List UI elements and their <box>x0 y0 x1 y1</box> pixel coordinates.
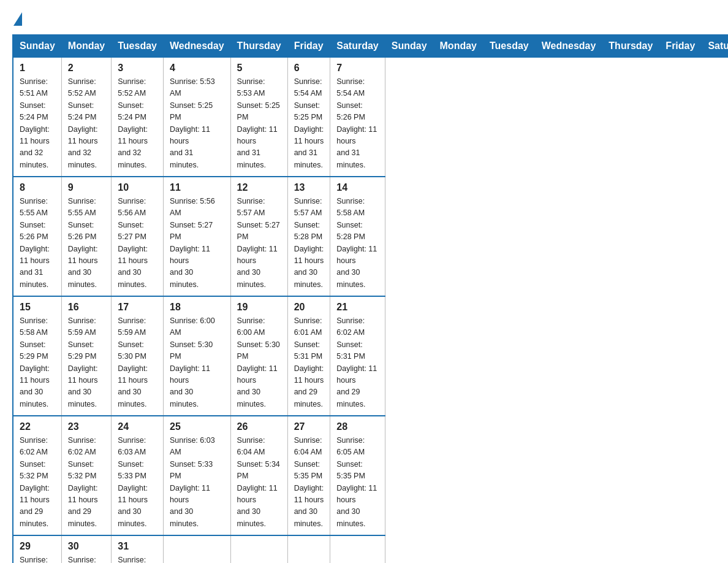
day-number: 18 <box>170 302 224 313</box>
weekday-header-sunday: Sunday <box>385 35 433 57</box>
calendar-cell: 9 Sunrise: 5:55 AM Sunset: 5:26 PM Dayli… <box>61 177 111 296</box>
day-number: 16 <box>68 302 105 313</box>
day-info: Sunrise: 5:54 AM Sunset: 5:26 PM Dayligh… <box>336 76 378 171</box>
day-number: 17 <box>118 302 157 313</box>
calendar-cell: 12 Sunrise: 5:57 AM Sunset: 5:27 PM Dayl… <box>230 177 287 296</box>
day-info: Sunrise: 5:53 AM Sunset: 5:25 PM Dayligh… <box>170 76 224 171</box>
day-info: Sunrise: 6:03 AM Sunset: 5:33 PM Dayligh… <box>118 435 157 530</box>
weekday-header-saturday: Saturday <box>330 35 385 57</box>
calendar-cell: 25 Sunrise: 6:03 AM Sunset: 5:33 PM Dayl… <box>163 416 230 535</box>
calendar-table: SundayMondayTuesdayWednesdayThursdayFrid… <box>12 34 728 563</box>
day-info: Sunrise: 6:01 AM Sunset: 5:31 PM Dayligh… <box>294 315 324 410</box>
day-number: 30 <box>68 541 105 552</box>
calendar-cell: 20 Sunrise: 6:01 AM Sunset: 5:31 PM Dayl… <box>287 296 330 416</box>
week-row-2: 8 Sunrise: 5:55 AM Sunset: 5:26 PM Dayli… <box>13 177 728 296</box>
weekday-header-monday: Monday <box>433 35 483 57</box>
day-number: 9 <box>68 182 105 193</box>
day-number: 29 <box>20 541 55 552</box>
day-info: Sunrise: 6:04 AM Sunset: 5:35 PM Dayligh… <box>294 435 324 530</box>
day-info: Sunrise: 6:02 AM Sunset: 5:32 PM Dayligh… <box>20 435 55 530</box>
day-number: 14 <box>336 182 378 193</box>
day-number: 13 <box>294 182 324 193</box>
logo-triangle-icon <box>13 12 22 26</box>
weekday-header-wednesday: Wednesday <box>163 35 230 57</box>
day-info: Sunrise: 6:00 AM Sunset: 5:30 PM Dayligh… <box>170 315 224 410</box>
day-info: Sunrise: 6:02 AM Sunset: 5:32 PM Dayligh… <box>68 435 105 530</box>
weekday-header-monday: Monday <box>61 35 111 57</box>
calendar-cell: 17 Sunrise: 5:59 AM Sunset: 5:30 PM Dayl… <box>112 296 164 416</box>
calendar-cell: 18 Sunrise: 6:00 AM Sunset: 5:30 PM Dayl… <box>163 296 230 416</box>
day-info: Sunrise: 5:53 AM Sunset: 5:25 PM Dayligh… <box>237 76 281 171</box>
calendar-cell: 19 Sunrise: 6:00 AM Sunset: 5:30 PM Dayl… <box>230 296 287 416</box>
day-info: Sunrise: 6:03 AM Sunset: 5:33 PM Dayligh… <box>170 435 224 530</box>
day-info: Sunrise: 5:58 AM Sunset: 5:28 PM Dayligh… <box>336 196 378 291</box>
day-info: Sunrise: 5:57 AM Sunset: 5:27 PM Dayligh… <box>237 196 281 291</box>
calendar-cell: 26 Sunrise: 6:04 AM Sunset: 5:34 PM Dayl… <box>230 416 287 535</box>
calendar-cell: 24 Sunrise: 6:03 AM Sunset: 5:33 PM Dayl… <box>112 416 164 535</box>
calendar-cell: 11 Sunrise: 5:56 AM Sunset: 5:27 PM Dayl… <box>163 177 230 296</box>
day-number: 5 <box>237 63 281 74</box>
day-number: 8 <box>20 182 55 193</box>
page-header <box>12 12 716 23</box>
day-info: Sunrise: 6:05 AM Sunset: 5:36 PM Dayligh… <box>20 554 55 563</box>
calendar-cell <box>163 535 230 563</box>
calendar-cell: 30 Sunrise: 6:06 AM Sunset: 5:36 PM Dayl… <box>61 535 111 563</box>
calendar-cell <box>230 535 287 563</box>
day-number: 25 <box>170 421 224 432</box>
day-number: 21 <box>336 302 378 313</box>
calendar-cell: 1 Sunrise: 5:51 AM Sunset: 5:24 PM Dayli… <box>13 57 61 177</box>
day-info: Sunrise: 6:06 AM Sunset: 5:37 PM Dayligh… <box>118 554 157 563</box>
calendar-cell: 14 Sunrise: 5:58 AM Sunset: 5:28 PM Dayl… <box>330 177 385 296</box>
day-number: 28 <box>336 421 378 432</box>
weekday-header-tuesday: Tuesday <box>112 35 164 57</box>
calendar-cell: 28 Sunrise: 6:05 AM Sunset: 5:35 PM Dayl… <box>330 416 385 535</box>
day-info: Sunrise: 6:06 AM Sunset: 5:36 PM Dayligh… <box>68 554 105 563</box>
weekday-header-friday: Friday <box>659 35 702 57</box>
day-number: 23 <box>68 421 105 432</box>
day-info: Sunrise: 5:52 AM Sunset: 5:24 PM Dayligh… <box>118 76 157 171</box>
day-number: 12 <box>237 182 281 193</box>
calendar-cell: 29 Sunrise: 6:05 AM Sunset: 5:36 PM Dayl… <box>13 535 61 563</box>
day-info: Sunrise: 5:57 AM Sunset: 5:28 PM Dayligh… <box>294 196 324 291</box>
calendar-cell <box>287 535 330 563</box>
day-info: Sunrise: 5:56 AM Sunset: 5:27 PM Dayligh… <box>118 196 157 291</box>
day-number: 27 <box>294 421 324 432</box>
day-number: 24 <box>118 421 157 432</box>
calendar-cell: 13 Sunrise: 5:57 AM Sunset: 5:28 PM Dayl… <box>287 177 330 296</box>
weekday-header-thursday: Thursday <box>602 35 659 57</box>
day-number: 10 <box>118 182 157 193</box>
day-info: Sunrise: 5:55 AM Sunset: 5:26 PM Dayligh… <box>20 196 55 291</box>
calendar-cell: 15 Sunrise: 5:58 AM Sunset: 5:29 PM Dayl… <box>13 296 61 416</box>
weekday-header-friday: Friday <box>287 35 330 57</box>
logo <box>12 12 23 23</box>
calendar-cell: 16 Sunrise: 5:59 AM Sunset: 5:29 PM Dayl… <box>61 296 111 416</box>
day-info: Sunrise: 6:02 AM Sunset: 5:31 PM Dayligh… <box>336 315 378 410</box>
calendar-cell: 4 Sunrise: 5:53 AM Sunset: 5:25 PM Dayli… <box>163 57 230 177</box>
day-info: Sunrise: 6:04 AM Sunset: 5:34 PM Dayligh… <box>237 435 281 530</box>
calendar-cell: 5 Sunrise: 5:53 AM Sunset: 5:25 PM Dayli… <box>230 57 287 177</box>
day-info: Sunrise: 5:54 AM Sunset: 5:25 PM Dayligh… <box>294 76 324 171</box>
week-row-4: 22 Sunrise: 6:02 AM Sunset: 5:32 PM Dayl… <box>13 416 728 535</box>
day-number: 26 <box>237 421 281 432</box>
day-info: Sunrise: 5:52 AM Sunset: 5:24 PM Dayligh… <box>68 76 105 171</box>
week-row-3: 15 Sunrise: 5:58 AM Sunset: 5:29 PM Dayl… <box>13 296 728 416</box>
day-info: Sunrise: 5:51 AM Sunset: 5:24 PM Dayligh… <box>20 76 55 171</box>
calendar-cell: 10 Sunrise: 5:56 AM Sunset: 5:27 PM Dayl… <box>112 177 164 296</box>
calendar-cell: 23 Sunrise: 6:02 AM Sunset: 5:32 PM Dayl… <box>61 416 111 535</box>
day-number: 3 <box>118 63 157 74</box>
calendar-cell: 3 Sunrise: 5:52 AM Sunset: 5:24 PM Dayli… <box>112 57 164 177</box>
week-row-1: 1 Sunrise: 5:51 AM Sunset: 5:24 PM Dayli… <box>13 57 728 177</box>
weekday-header-wednesday: Wednesday <box>535 35 602 57</box>
day-info: Sunrise: 5:56 AM Sunset: 5:27 PM Dayligh… <box>170 196 224 291</box>
day-number: 4 <box>170 63 224 74</box>
calendar-cell: 2 Sunrise: 5:52 AM Sunset: 5:24 PM Dayli… <box>61 57 111 177</box>
weekday-header-sunday: Sunday <box>13 35 61 57</box>
weekday-header-thursday: Thursday <box>230 35 287 57</box>
calendar-cell: 31 Sunrise: 6:06 AM Sunset: 5:37 PM Dayl… <box>112 535 164 563</box>
day-info: Sunrise: 6:05 AM Sunset: 5:35 PM Dayligh… <box>336 435 378 530</box>
week-row-5: 29 Sunrise: 6:05 AM Sunset: 5:36 PM Dayl… <box>13 535 728 563</box>
day-number: 19 <box>237 302 281 313</box>
calendar-cell <box>330 535 385 563</box>
day-info: Sunrise: 5:58 AM Sunset: 5:29 PM Dayligh… <box>20 315 55 410</box>
weekday-header-saturday: Saturday <box>702 35 728 57</box>
